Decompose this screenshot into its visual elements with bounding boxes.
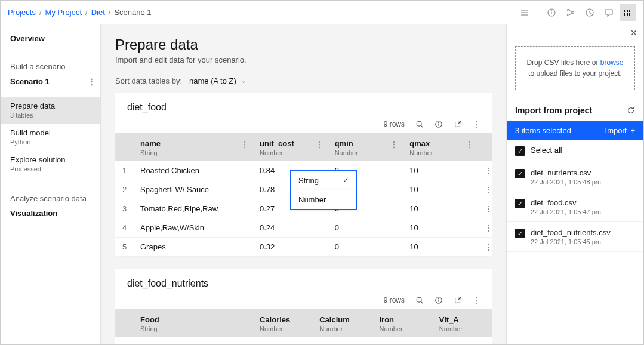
selection-count: 3 items selected <box>515 126 571 135</box>
col-type: Number <box>439 325 485 332</box>
sidebar-prepare-data[interactable]: Prepare data 3 tables <box>1 97 100 124</box>
cell[interactable]: 10 <box>402 161 477 180</box>
cell[interactable]: Apple,Raw,W/Skin <box>133 218 252 238</box>
col-header-name[interactable]: name String ⋮ <box>133 133 252 161</box>
launch-icon[interactable] <box>454 120 462 128</box>
cell[interactable]: 277.4 <box>252 337 312 344</box>
cell[interactable]: 0.32 <box>252 238 328 257</box>
sidebar-scenario-label: Scenario 1 <box>10 77 50 86</box>
info-icon[interactable] <box>435 120 443 128</box>
col-header-unit-cost[interactable]: unit_cost Number ⋮ <box>252 133 328 161</box>
checkbox-icon[interactable]: ✓ <box>515 169 525 178</box>
row-menu-icon[interactable]: ⋮ <box>477 199 492 218</box>
file-name: diet_food.csv <box>531 198 601 207</box>
breadcrumb: Projects / My Project / Diet / Scenario … <box>8 8 152 17</box>
cell[interactable]: 10 <box>402 218 477 238</box>
history-icon[interactable] <box>581 4 598 21</box>
checkbox-icon[interactable]: ✓ <box>515 199 525 208</box>
launch-icon[interactable] <box>454 296 462 304</box>
row-menu-icon[interactable]: ⋮ <box>477 238 492 257</box>
table-menu-icon[interactable]: ⋮ <box>473 120 480 128</box>
sidebar-visualization[interactable]: Visualization <box>1 204 100 223</box>
breadcrumb-sep: / <box>109 8 111 17</box>
comment-icon[interactable] <box>600 4 617 21</box>
table-row[interactable]: 4Apple,Raw,W/Skin0.24010⋮ <box>115 218 492 238</box>
cell[interactable]: 10 <box>402 238 477 257</box>
close-icon[interactable]: ✕ <box>507 24 643 41</box>
col-type: Number <box>409 149 470 156</box>
column-type-dropdown[interactable]: String ✓ Number <box>290 170 357 210</box>
col-header-iron[interactable]: IronNumber <box>372 309 432 337</box>
info-icon[interactable] <box>435 296 443 304</box>
dropzone[interactable]: Drop CSV files here or browse to upload … <box>515 46 635 90</box>
col-header-qmax[interactable]: qmax Number ⋮ <box>402 133 477 161</box>
checkbox-icon[interactable]: ✓ <box>515 146 525 156</box>
breadcrumb-diet[interactable]: Diet <box>91 8 105 17</box>
sort-row: Sort data tables by: name (A to Z) ⌄ <box>115 76 492 85</box>
col-header-vita[interactable]: Vit_ANumber <box>432 309 492 337</box>
cell[interactable]: Roasted Chicken <box>133 337 252 344</box>
cell[interactable]: Tomato,Red,Ripe,Raw <box>133 199 252 218</box>
file-time: 22 Jul 2021, 1:05:47 pm <box>531 208 601 215</box>
col-header-calories[interactable]: CaloriesNumber <box>252 309 312 337</box>
column-menu-icon[interactable]: ⋮ <box>466 140 473 149</box>
sidebar-scenario[interactable]: Scenario 1 ⋮ <box>1 72 100 91</box>
checkbox-icon[interactable]: ✓ <box>515 229 525 238</box>
row-menu-icon[interactable]: ⋮ <box>477 218 492 238</box>
file-row[interactable]: ✓diet_nutrients.csv22 Jul 2021, 1:05:48 … <box>507 162 643 192</box>
search-icon[interactable] <box>415 296 424 304</box>
cell[interactable]: 0 <box>328 218 403 238</box>
browse-link[interactable]: browse <box>600 58 624 67</box>
row-menu-icon[interactable]: ⋮ <box>477 180 492 199</box>
column-menu-icon[interactable]: ⋮ <box>390 140 398 149</box>
sidebar-overview[interactable]: Overview <box>1 29 100 48</box>
file-row[interactable]: ✓diet_food.csv22 Jul 2021, 1:05:47 pm <box>507 192 643 222</box>
col-header-food[interactable]: FoodString <box>133 309 252 337</box>
file-time: 22 Jul 2021, 1:05:45 pm <box>531 238 611 245</box>
scenario-menu-icon[interactable]: ⋮ <box>88 77 95 86</box>
list-icon[interactable] <box>516 4 533 21</box>
cell[interactable]: 10 <box>402 199 477 218</box>
col-header-qmin[interactable]: qmin Number ⋮ <box>328 133 403 161</box>
info-icon[interactable] <box>543 4 560 21</box>
import-panel: ✕ Drop CSV files here or browse to uploa… <box>506 24 643 344</box>
breadcrumb-projects[interactable]: Projects <box>8 8 36 17</box>
cell[interactable]: 21.9 <box>312 337 372 344</box>
col-name-label: Food <box>140 315 159 324</box>
table-row[interactable]: 5Grapes0.32010⋮ <box>115 238 492 257</box>
breadcrumb-my-project[interactable]: My Project <box>45 8 82 17</box>
sidebar-explore-solution[interactable]: Explore solution Processed <box>1 150 100 177</box>
type-option-label: Number <box>298 195 326 204</box>
sidebar-analyze-group: Analyze scenario data <box>1 188 100 204</box>
col-header-calcium[interactable]: CalciumNumber <box>312 309 372 337</box>
table-row[interactable]: 1Roasted Chicken277.421.91.877.4 <box>115 337 492 344</box>
type-option-string[interactable]: String ✓ <box>291 171 356 190</box>
search-icon[interactable] <box>415 120 424 128</box>
cell[interactable]: 0.24 <box>252 218 328 238</box>
data-panel-icon[interactable] <box>620 4 636 21</box>
sidebar-build-model[interactable]: Build model Python <box>1 124 100 150</box>
row-menu-icon[interactable]: ⋮ <box>477 161 492 180</box>
col-type: Number <box>260 149 321 156</box>
refresh-icon[interactable] <box>627 106 635 115</box>
table-menu-icon[interactable]: ⋮ <box>473 296 480 304</box>
column-menu-icon[interactable]: ⋮ <box>241 140 248 149</box>
cell[interactable]: 10 <box>402 180 477 199</box>
column-menu-icon[interactable]: ⋮ <box>316 140 323 149</box>
select-all-row[interactable]: ✓ Select all <box>507 140 643 162</box>
cell[interactable]: 0 <box>328 238 403 257</box>
file-list: ✓ Select all ✓diet_nutrients.csv22 Jul 2… <box>507 140 643 344</box>
file-row[interactable]: ✓diet_food_nutrients.csv22 Jul 2021, 1:0… <box>507 222 643 252</box>
flow-icon[interactable] <box>562 4 579 21</box>
dropzone-text-post: to upload files to your project. <box>528 69 622 78</box>
sort-select[interactable]: name (A to Z) ⌄ <box>189 76 246 85</box>
svg-point-16 <box>417 121 421 126</box>
import-button[interactable]: Import + <box>605 126 635 135</box>
cell[interactable]: 1.8 <box>372 337 432 344</box>
dropzone-text-pre: Drop CSV files here or <box>526 58 600 67</box>
cell[interactable]: Spaghetti W/ Sauce <box>133 180 252 199</box>
type-option-number[interactable]: Number <box>291 190 356 209</box>
cell[interactable]: Grapes <box>133 238 252 257</box>
cell[interactable]: 77.4 <box>432 337 492 344</box>
cell[interactable]: Roasted Chicken <box>133 161 252 180</box>
